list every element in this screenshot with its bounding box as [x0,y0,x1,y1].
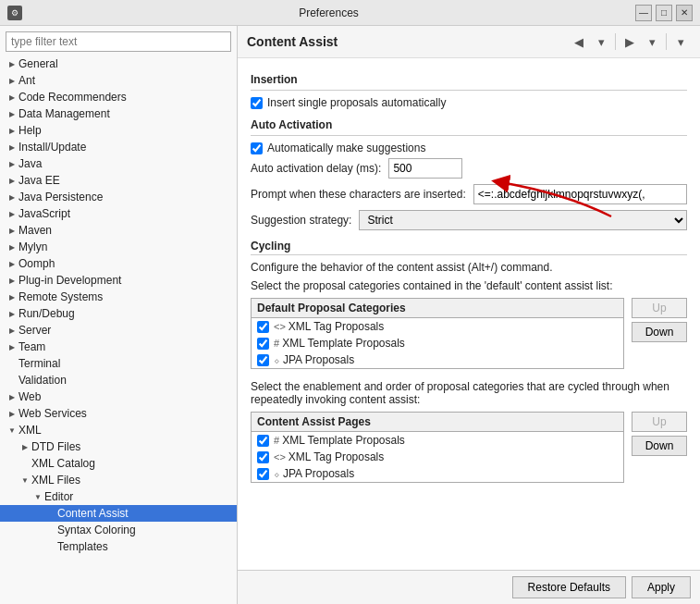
delay-input[interactable] [388,158,462,179]
table-row: # XML Template Proposals [252,432,623,449]
sidebar-item-dtd-files[interactable]: ▶ DTD Files [0,438,237,455]
cycling-desc1: Configure the behavior of the content as… [251,261,687,274]
pages-xml-tag-checkbox[interactable] [257,451,269,463]
sidebar-item-java[interactable]: ▶ Java [0,155,237,172]
strategy-select[interactable]: Strict Liberal [359,210,687,230]
sidebar-item-syntax-coloring[interactable]: Syntax Coloring [0,522,237,538]
apply-button[interactable]: Apply [632,576,691,598]
sidebar-item-validation[interactable]: Validation [0,372,237,388]
strategy-row: Suggestion strategy: Strict Liberal [251,210,687,230]
tree-container: ▶ General ▶ Ant ▶ Code Recommenders ▶ Da… [0,55,237,604]
xml-tag-icon: <> [274,321,286,332]
xml-template-proposals-checkbox[interactable] [257,338,269,350]
insertion-section-title: Insertion [251,73,687,86]
arrow-icon: ▶ [6,260,18,268]
sidebar-item-maven[interactable]: ▶ Maven [0,222,237,239]
arrow-icon: ▶ [6,227,18,235]
arrow-icon: ▶ [6,177,18,185]
pages-jpa-icon: ⬦ [274,468,280,479]
arrow-icon-open: ▼ [31,493,44,501]
sidebar-item-help[interactable]: ▶ Help [0,122,237,139]
pages-down-button[interactable]: Down [632,436,687,456]
sidebar-item-xml-files[interactable]: ▼ XML Files [0,472,237,488]
close-button[interactable]: ✕ [676,5,693,21]
sidebar-item-content-assist[interactable]: Content Assist [0,505,237,522]
sidebar-item-oomph[interactable]: ▶ Oomph [0,255,237,272]
pages-jpa-checkbox[interactable] [257,468,269,480]
strategy-label: Suggestion strategy: [251,214,351,227]
auto-suggestions-checkbox[interactable] [251,142,263,154]
minimize-button[interactable]: — [635,5,652,21]
pages-proposals-header: Content Assist Pages [252,413,623,432]
pages-xml-tag-label: XML Tag Proposals [289,450,384,463]
pages-xml-template-checkbox[interactable] [257,435,269,447]
sidebar-item-mylyn[interactable]: ▶ Mylyn [0,239,237,255]
arrow-icon: ▶ [6,93,18,102]
sidebar-item-install-update[interactable]: ▶ Install/Update [0,139,237,155]
auto-suggestions-label: Automatically make suggestions [267,142,425,154]
arrow-icon-open: ▼ [6,426,18,435]
menu-dropdown-button[interactable]: ▾ [670,31,691,52]
arrow-icon: ▶ [6,327,18,335]
sidebar-item-ant[interactable]: ▶ Ant [0,72,237,89]
search-input[interactable] [6,31,231,52]
toolbar-separator [615,33,616,50]
arrow-icon: ▶ [6,410,18,418]
arrow-icon: ▶ [6,277,18,285]
back-dropdown-button[interactable]: ▾ [591,31,611,52]
sidebar-item-web[interactable]: ▶ Web [0,388,237,405]
cycling-section-title: Cycling [251,240,687,253]
default-down-button[interactable]: Down [632,322,687,342]
arrow-icon: ▶ [6,193,18,202]
forward-button[interactable]: ▶ [620,31,640,52]
default-proposals-buttons: Up Down [632,298,687,342]
sidebar-item-plugin-dev[interactable]: ▶ Plug-in Development [0,272,237,289]
content-header: Content Assist ◀ ▾ ▶ ▾ ▾ [238,26,700,58]
toolbar-icons: ◀ ▾ ▶ ▾ ▾ [569,31,691,52]
pages-proposals-buttons: Up Down [632,412,687,456]
auto-suggestions-row: Automatically make suggestions [251,142,687,154]
sidebar-item-general[interactable]: ▶ General [0,55,237,72]
sidebar-item-team[interactable]: ▶ Team [0,339,237,355]
sidebar-item-templates[interactable]: Templates [0,538,237,555]
sidebar-item-server[interactable]: ▶ Server [0,322,237,339]
sidebar-item-code-recommenders[interactable]: ▶ Code Recommenders [0,89,237,105]
maximize-button[interactable]: □ [656,5,672,21]
pages-up-button[interactable]: Up [632,412,687,432]
arrow-icon: ▶ [6,77,18,85]
sidebar-item-run-debug[interactable]: ▶ Run/Debug [0,305,237,322]
insert-single-checkbox[interactable] [251,97,263,109]
arrow-icon: ▶ [6,210,18,218]
sidebar-item-xml[interactable]: ▼ XML [0,422,237,438]
title-bar: ⚙ Preferences — □ ✕ [0,0,700,26]
content-area: Content Assist ◀ ▾ ▶ ▾ ▾ Insertion Inser… [238,26,700,604]
jpa-proposals-checkbox[interactable] [257,354,269,366]
arrow-icon: ▶ [6,160,18,168]
xml-tag-proposals-label: XML Tag Proposals [289,320,384,333]
cycling-desc3: Select the enablement and order of propo… [251,380,687,406]
auto-activation-divider [251,135,687,136]
restore-defaults-button[interactable]: Restore Defaults [512,576,626,598]
back-button[interactable]: ◀ [569,31,589,52]
arrow-icon: ▶ [18,443,31,451]
sidebar-item-xml-catalog[interactable]: XML Catalog [0,455,237,472]
sidebar-item-java-persistence[interactable]: ▶ Java Persistence [0,189,237,205]
arrow-icon: ▶ [6,293,18,302]
sidebar-item-web-services[interactable]: ▶ Web Services [0,405,237,422]
arrow-icon: ▶ [6,143,18,152]
forward-dropdown-button[interactable]: ▾ [642,31,662,52]
jpa-proposals-label: JPA Proposals [283,353,354,366]
search-box [0,26,237,55]
default-up-button[interactable]: Up [632,298,687,318]
sidebar-item-java-ee[interactable]: ▶ Java EE [0,172,237,189]
sidebar-item-javascript[interactable]: ▶ JavaScript [0,205,237,222]
delay-label: Auto activation delay (ms): [251,162,381,175]
sidebar-item-terminal[interactable]: Terminal [0,355,237,372]
sidebar-item-editor[interactable]: ▼ Editor [0,488,237,505]
table-row: ⬦ JPA Proposals [252,465,623,482]
xml-tag-proposals-checkbox[interactable] [257,321,269,333]
prompt-input[interactable] [473,184,687,204]
sidebar-item-remote-systems[interactable]: ▶ Remote Systems [0,289,237,305]
default-proposals-header: Default Proposal Categories [252,299,623,318]
sidebar-item-data-management[interactable]: ▶ Data Management [0,105,237,122]
